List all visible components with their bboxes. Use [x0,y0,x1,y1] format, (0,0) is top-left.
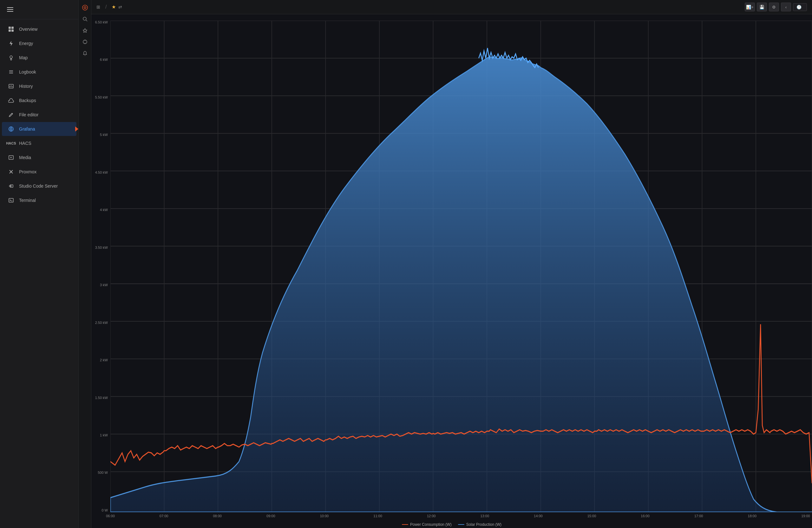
sidebar-item-label-grafana: Grafana [19,126,35,132]
sidebar-item-label-file-editor: File editor [19,112,38,117]
svg-point-28 [83,17,86,20]
sidebar-item-history[interactable]: History [2,79,76,93]
sidebar-item-backups[interactable]: Backups [2,93,76,107]
x-axis-label: 08:00 [211,514,223,518]
x-axis-label: 14:00 [532,514,545,518]
y-axis-label: 1.50 kW [95,396,108,399]
time-range-picker[interactable]: 🕐 [793,3,807,11]
svg-point-27 [84,7,86,9]
legend-label: Power Consumption (W) [410,522,452,527]
sidebar-item-label-hacs: HACS [19,141,31,146]
sidebar-item-label-overview: Overview [19,27,38,32]
sidebar-item-studio-code-server[interactable]: Studio Code Server [2,179,76,193]
main-content: ⊞ / ★ ⇄ 📊+ 💾 ⚙ ‹ 🕐 [91,0,812,528]
sidebar-item-label-backups: Backups [19,98,36,103]
y-axis-label: 2.50 kW [95,321,108,325]
backups-icon [8,97,15,104]
svg-point-26 [83,5,88,10]
favorite-star-icon[interactable]: ★ [112,4,116,10]
y-axis-label: 6 kW [100,58,108,61]
settings-button[interactable]: ⚙ [769,2,779,11]
x-axis-label: 19:00 [799,514,812,518]
sidebar-item-label-history: History [19,84,33,89]
breadcrumb-path: ⊞ / ★ ⇄ [97,4,742,10]
x-axis-label: 13:00 [478,514,491,518]
sidebar-item-proxmox[interactable]: Proxmox [2,165,76,179]
sidebar: OverviewEnergyMapLogbookHistoryBackupsFi… [0,0,79,528]
x-axis-label: 15:00 [585,514,598,518]
y-axis-label: 5.50 kW [95,96,108,99]
svg-marker-4 [10,41,13,46]
svg-point-15 [10,128,12,130]
svg-point-5 [10,56,12,58]
chevron-left-icon: ‹ [785,5,787,10]
sidebar-item-logbook[interactable]: Logbook [2,65,76,79]
overview-icon [8,26,15,33]
sidebar-item-label-terminal: Terminal [19,198,36,203]
y-axis-label: 4 kW [100,208,108,212]
gear-icon: ⚙ [772,5,776,10]
sidebar-item-hacs[interactable]: HACSHACS [2,136,76,150]
sidebar-item-label-media: Media [19,155,31,160]
history-icon [8,83,15,90]
add-panel-icon: 📊+ [746,5,754,10]
y-axis-label: 500 W [98,471,108,474]
y-axis-label: 3 kW [100,283,108,287]
x-axis-label: 07:00 [158,514,170,518]
chart-legend: Power Consumption (W)Solar Production (W… [402,522,502,527]
search-icon[interactable] [80,14,90,24]
sidebar-header[interactable] [0,0,78,19]
explore-icon[interactable] [80,37,90,47]
legend-item[interactable]: Power Consumption (W) [402,522,452,527]
sidebar-item-energy[interactable]: Energy [2,36,76,50]
sidebar-item-grafana[interactable]: Grafana [2,122,76,136]
sidebar-nav: OverviewEnergyMapLogbookHistoryBackupsFi… [0,19,78,528]
sidebar-item-label-studio-code-server: Studio Code Server [19,183,58,188]
chart-wrapper: 6.50 kW6 kW5.50 kW5 kW4.50 kW4 kW3.50 kW… [91,20,812,528]
legend-color-swatch [458,524,464,525]
save-icon: 💾 [759,5,765,10]
sidebar-item-label-map: Map [19,55,28,60]
chart-area: 6.50 kW6 kW5.50 kW5 kW4.50 kW4 kW3.50 kW… [91,14,812,528]
x-axis-label: 17:00 [693,514,705,518]
sidebar-item-overview[interactable]: Overview [2,22,76,36]
svg-marker-22 [9,185,11,187]
sidebar-item-map[interactable]: Map [2,51,76,65]
hamburger-icon [6,5,15,14]
svg-marker-30 [83,29,87,32]
y-axis-label: 5 kW [100,133,108,137]
x-axis-label: 12:00 [425,514,438,518]
x-axis-label: 18:00 [746,514,758,518]
y-axis-label: 4.50 kW [95,171,108,174]
chart-canvas [111,20,812,512]
terminal-icon [8,197,15,204]
sidebar-item-file-editor[interactable]: File editor [2,108,76,122]
sidebar-item-media[interactable]: Media [2,151,76,165]
share-icon[interactable]: ⇄ [118,4,122,10]
svg-rect-1 [11,27,14,29]
y-axis-label: 0 W [102,509,108,512]
media-icon [8,154,15,161]
starred-icon[interactable] [80,25,90,35]
alert-icon[interactable] [80,48,90,58]
svg-rect-23 [11,185,13,187]
svg-marker-19 [11,157,12,158]
svg-rect-3 [11,29,14,32]
legend-label: Solar Production (W) [466,522,502,527]
prev-button[interactable]: ‹ [781,2,791,11]
energy-icon [8,40,15,47]
x-axis-label: 09:00 [264,514,277,518]
save-dashboard-button[interactable]: 💾 [757,2,767,11]
y-axis-label: 6.50 kW [95,20,108,24]
sidebar-item-terminal[interactable]: Terminal [2,193,76,207]
add-panel-button[interactable]: 📊+ [745,2,755,11]
legend-color-swatch [402,524,408,525]
file-editor-icon [8,111,15,118]
breadcrumb-separator: / [105,4,106,10]
sidebar-item-label-proxmox: Proxmox [19,169,37,174]
energy-chart [111,20,812,512]
y-axis-label: 3.50 kW [95,246,108,250]
grafana-logo-icon[interactable] [80,2,90,13]
legend-item[interactable]: Solar Production (W) [458,522,502,527]
hacs-icon: HACS [8,140,15,147]
